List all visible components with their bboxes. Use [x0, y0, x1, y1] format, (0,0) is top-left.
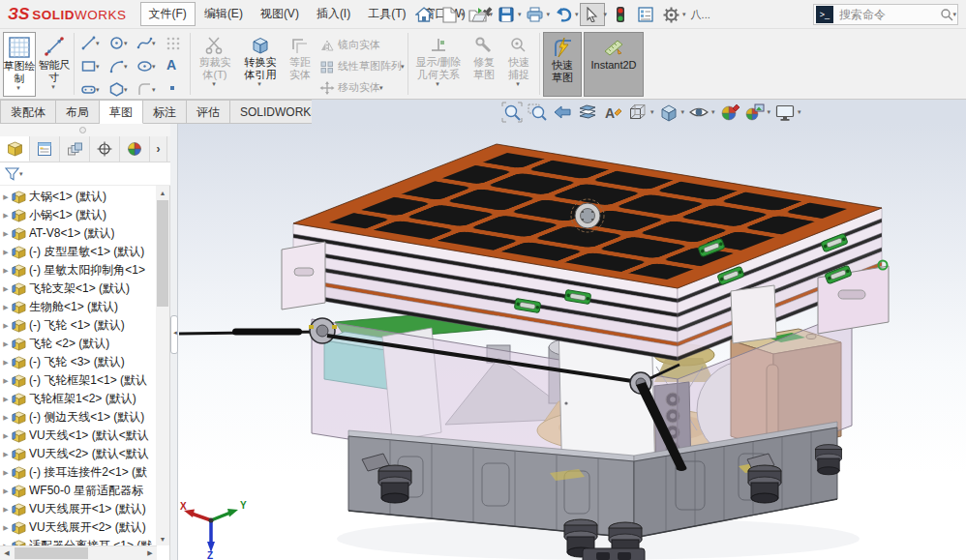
- scroll-left-arrow[interactable]: ◀: [0, 546, 14, 560]
- menu-item-3[interactable]: 插入(I): [308, 2, 359, 26]
- tree-item-5[interactable]: ▶飞轮支架<1> (默认): [0, 280, 157, 298]
- vscroll-thumb[interactable]: [157, 200, 168, 307]
- new-file-icon[interactable]: [437, 3, 462, 26]
- menu-item-4[interactable]: 工具(T): [359, 2, 414, 26]
- point-tool-icon[interactable]: [166, 82, 178, 94]
- previous-view-icon[interactable]: [551, 101, 574, 123]
- new-file-caret[interactable]: ▾: [461, 11, 465, 18]
- tree-item-13[interactable]: ▶VU天线<1> (默认<默认: [0, 427, 157, 445]
- expand-arrow[interactable]: ▶: [0, 524, 12, 532]
- doc-tab-3[interactable]: 标注: [143, 100, 187, 124]
- select-cursor-icon[interactable]: [580, 3, 605, 26]
- print-caret[interactable]: ▾: [547, 11, 551, 18]
- tree-item-16[interactable]: ▶WF50-0 星箭适配器标: [0, 482, 157, 500]
- tree-vertical-scrollbar[interactable]: ▲ ▼: [156, 186, 169, 545]
- panel-tabs-overflow[interactable]: ›: [150, 136, 167, 162]
- scroll-right-arrow[interactable]: ▶: [143, 546, 157, 560]
- filter-caret[interactable]: ▾: [19, 170, 23, 178]
- gear-caret[interactable]: ▾: [682, 11, 686, 18]
- ellipse-tool-icon[interactable]: ▾: [136, 58, 157, 74]
- doc-tab-0[interactable]: 装配体: [0, 100, 56, 124]
- edit-appearance-icon[interactable]: [718, 101, 741, 123]
- scroll-up-arrow[interactable]: ▲: [156, 186, 169, 199]
- view-settings-caret[interactable]: ▾: [798, 108, 801, 116]
- expand-arrow[interactable]: ▶: [0, 230, 12, 238]
- expand-arrow[interactable]: ▶: [0, 414, 12, 422]
- zoom-area-icon[interactable]: [526, 101, 549, 123]
- section-view-icon[interactable]: [576, 101, 599, 123]
- displaymanager-tab[interactable]: [120, 136, 150, 162]
- text-tool-icon[interactable]: A: [166, 57, 176, 73]
- sketch-button[interactable]: 草图绘制 ▾: [3, 32, 36, 97]
- spline-tool-icon[interactable]: ▾: [136, 35, 157, 51]
- home-icon[interactable]: [411, 3, 437, 26]
- expand-arrow[interactable]: ▶: [0, 396, 12, 403]
- expand-arrow[interactable]: ▶: [0, 285, 12, 293]
- tree-item-1[interactable]: ▶小锅<1> (默认): [0, 206, 157, 224]
- expand-arrow[interactable]: ▶: [0, 322, 12, 330]
- open-file-caret[interactable]: ▾: [490, 11, 494, 18]
- options-list-icon[interactable]: [633, 3, 658, 26]
- print-icon[interactable]: [523, 3, 548, 26]
- expand-arrow[interactable]: ▶: [0, 469, 12, 477]
- expand-arrow[interactable]: ▶: [0, 249, 12, 256]
- expand-arrow[interactable]: ▶: [0, 340, 12, 348]
- tree-item-2[interactable]: ▶AT-V8<1> (默认): [0, 224, 157, 243]
- tree-item-7[interactable]: ▶(-) 飞轮 <1> (默认): [0, 316, 157, 335]
- dimxpert-tab[interactable]: [90, 136, 120, 162]
- tree-item-18[interactable]: ▶VU天线展开<2> (默认): [0, 518, 157, 537]
- panel-collapse-dot[interactable]: [79, 127, 86, 133]
- tree-item-15[interactable]: ▶(-) 接耳连接件2<1> (默: [0, 463, 157, 482]
- expand-arrow[interactable]: ▶: [0, 506, 12, 514]
- expand-arrow[interactable]: ▶: [0, 359, 12, 367]
- save-caret[interactable]: ▾: [518, 11, 522, 18]
- expand-arrow[interactable]: ▶: [0, 377, 12, 385]
- tree-item-4[interactable]: ▶(-) 星敏太阳抑制角<1>: [0, 261, 157, 280]
- annotation-view-icon[interactable]: A: [601, 101, 624, 123]
- tree-item-8[interactable]: ▶飞轮 <2> (默认): [0, 335, 157, 353]
- rectangle-tool-icon[interactable]: ▾: [80, 58, 101, 74]
- scroll-down-arrow[interactable]: ▼: [156, 532, 169, 545]
- display-style-icon[interactable]: [657, 101, 680, 123]
- search-input[interactable]: [837, 7, 940, 22]
- expand-arrow[interactable]: ▶: [0, 451, 12, 458]
- tree-item-0[interactable]: ▶大锅<1> (默认): [0, 188, 157, 206]
- front-bracket[interactable]: [731, 285, 776, 343]
- apply-scene-icon[interactable]: [743, 101, 767, 123]
- undo-icon[interactable]: [551, 3, 576, 26]
- doc-tab-1[interactable]: 布局: [56, 100, 100, 124]
- save-icon[interactable]: [494, 3, 519, 26]
- expand-arrow[interactable]: ▶: [0, 212, 12, 220]
- search-magnifier-icon[interactable]: [940, 8, 953, 21]
- arc-tool-icon[interactable]: ▾: [108, 58, 129, 74]
- doc-tab-2[interactable]: 草图: [100, 100, 143, 124]
- search-caret[interactable]: ▾: [952, 11, 956, 18]
- view-settings-icon[interactable]: [773, 101, 797, 123]
- expand-arrow[interactable]: ▶: [0, 487, 12, 495]
- menu-item-0[interactable]: 文件(F): [140, 2, 196, 26]
- filter-funnel-icon[interactable]: [4, 166, 20, 182]
- expand-arrow[interactable]: ▶: [0, 304, 12, 311]
- menu-item-2[interactable]: 视图(V): [252, 2, 308, 26]
- doc-tab-4[interactable]: 评估: [187, 100, 230, 124]
- tree-item-14[interactable]: ▶VU天线<2> (默认<默认: [0, 445, 157, 463]
- tree-item-19[interactable]: ▶适配器分离接耳 <1> (默: [0, 537, 157, 545]
- user-overflow-label[interactable]: 八...: [691, 8, 710, 22]
- zoom-fit-icon[interactable]: [500, 101, 524, 123]
- hide-show-caret[interactable]: ▾: [711, 108, 715, 116]
- gear-icon[interactable]: [658, 3, 683, 26]
- tree-item-10[interactable]: ▶(-) 飞轮框架1<1> (默认: [0, 371, 157, 390]
- hscroll-thumb[interactable]: [15, 547, 88, 559]
- undo-caret[interactable]: ▾: [575, 11, 579, 18]
- rebuild-traffic-light-icon[interactable]: [608, 3, 633, 26]
- polygon-tool-icon[interactable]: ▾: [108, 81, 129, 98]
- satellite-model[interactable]: [172, 123, 966, 560]
- menu-item-1[interactable]: 编辑(E): [196, 2, 252, 26]
- tree-horizontal-scrollbar[interactable]: ◀ ▶: [0, 545, 157, 560]
- hide-show-items-icon[interactable]: [687, 101, 710, 123]
- expand-arrow[interactable]: ▶: [0, 193, 12, 201]
- circle-tool-icon[interactable]: ▾: [108, 35, 129, 51]
- graphics-viewport[interactable]: X Y Z: [178, 124, 966, 560]
- search-scope-icon[interactable]: >_: [816, 6, 833, 23]
- tree-item-6[interactable]: ▶生物舱<1> (默认): [0, 298, 157, 316]
